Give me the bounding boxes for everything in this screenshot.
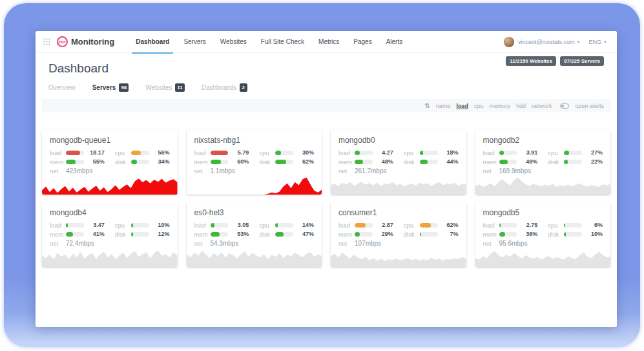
mem-bar xyxy=(499,232,517,237)
subtab-servers[interactable]: Servers98 xyxy=(92,83,129,92)
sparkline-chart xyxy=(42,246,178,267)
sort-option-memory[interactable]: memory xyxy=(489,103,510,109)
mem-bar xyxy=(499,160,517,164)
load-value: 3.91 xyxy=(521,149,537,156)
mem-bar xyxy=(355,160,373,164)
server-card[interactable]: nixstats-nbg1 load 5.79 mem 60% net 1.1m… xyxy=(187,130,322,195)
nav-tab-full-site-check[interactable]: Full Site Check xyxy=(254,31,311,53)
mem-label: mem xyxy=(50,231,66,238)
subtab-dashboards[interactable]: Dashboards2 xyxy=(202,83,247,92)
nav-tab-pages[interactable]: Pages xyxy=(346,31,379,53)
cpu-label: cpu xyxy=(259,222,275,229)
disk-label: disk xyxy=(548,231,564,238)
nav-tab-websites[interactable]: Websites xyxy=(213,31,254,53)
disk-metric: disk 62% xyxy=(259,158,314,165)
load-label: load xyxy=(50,149,66,156)
disk-bar xyxy=(420,232,438,237)
disk-label: disk xyxy=(115,158,131,165)
cpu-metric: cpu 56% xyxy=(115,149,170,156)
subtab-websites[interactable]: Websites11 xyxy=(145,83,184,92)
mem-value: 36% xyxy=(521,231,537,237)
disk-metric: disk 34% xyxy=(115,158,170,165)
server-name: mongodb2 xyxy=(475,130,611,145)
cpu-metric: cpu 10% xyxy=(115,222,170,228)
disk-bar xyxy=(131,232,149,237)
mem-metric: mem 55% xyxy=(50,158,105,165)
nav-tab-alerts[interactable]: Alerts xyxy=(379,31,410,53)
load-label: load xyxy=(50,222,66,229)
subtab-overview[interactable]: Overview xyxy=(48,84,76,91)
nav-tab-dashboard[interactable]: Dashboard xyxy=(129,31,176,53)
server-card[interactable]: mongodb-queue1 load 18.17 mem 55% net 42… xyxy=(42,130,178,195)
cpu-bar xyxy=(420,151,438,155)
nav-tab-metrics[interactable]: Metrics xyxy=(311,31,346,53)
cpu-label: cpu xyxy=(404,222,420,229)
page-title: Dashboard xyxy=(48,61,109,76)
load-metric: load 3.91 xyxy=(483,149,538,156)
mem-metric: mem 36% xyxy=(483,231,538,237)
header-row: Dashboard 11/2150 Websites97/225 Servers xyxy=(48,56,604,76)
apps-grid-icon[interactable] xyxy=(43,38,50,45)
server-card[interactable]: consumer1 load 2.87 mem 29% net 107mbps xyxy=(331,202,466,267)
open-alerts-toggle-icon[interactable] xyxy=(560,103,569,109)
sparkline-chart xyxy=(331,246,466,267)
cpu-value: 27% xyxy=(586,149,603,156)
cpu-value: 18% xyxy=(442,149,459,156)
cpu-metric: cpu 18% xyxy=(404,149,459,156)
logo-text: Monitoring xyxy=(71,37,114,47)
subtab-count-badge: 11 xyxy=(175,83,184,92)
server-name: mongodb0 xyxy=(331,130,466,145)
mem-metric: mem 49% xyxy=(483,158,538,165)
logo[interactable]: 360° Monitoring xyxy=(57,36,114,47)
stage: 360° Monitoring DashboardServersWebsites… xyxy=(0,0,644,351)
subtab-label: Overview xyxy=(48,84,76,91)
sort-option-network[interactable]: network xyxy=(532,103,552,109)
server-card[interactable]: mongodb4 load 3.47 mem 41% net 72.4mbps xyxy=(42,202,178,267)
cpu-value: 62% xyxy=(442,222,459,228)
cpu-label: cpu xyxy=(259,149,275,156)
load-label: load xyxy=(194,222,211,229)
cpu-bar xyxy=(564,223,582,228)
server-card[interactable]: mongodb0 load 4.27 mem 48% net 261.7mbps xyxy=(331,130,466,195)
disk-bar xyxy=(420,160,438,164)
nav-tab-servers[interactable]: Servers xyxy=(176,31,213,53)
language-dropdown[interactable]: ENG xyxy=(589,39,602,45)
load-bar xyxy=(211,223,229,228)
subtab-label: Websites xyxy=(145,84,172,91)
load-metric: load 2.75 xyxy=(483,222,538,228)
disk-value: 47% xyxy=(297,231,314,237)
count-badge[interactable]: 97/225 Servers xyxy=(560,56,604,66)
disk-bar xyxy=(131,160,149,164)
mem-label: mem xyxy=(194,158,211,165)
disk-metric: disk 44% xyxy=(404,158,459,165)
disk-bar xyxy=(275,232,293,237)
load-value: 3.05 xyxy=(232,222,249,228)
user-email-dropdown[interactable]: vincent@nixstats.com xyxy=(518,39,575,45)
sort-option-load[interactable]: load xyxy=(456,103,468,109)
count-badge[interactable]: 11/2150 Websites xyxy=(506,56,556,66)
server-name: mongodb-queue1 xyxy=(42,130,178,145)
server-card[interactable]: mongodb5 load 2.75 mem 36% net 95.6mbps xyxy=(475,202,611,267)
open-alerts-filter[interactable]: open alerts xyxy=(575,103,604,109)
disk-label: disk xyxy=(115,231,131,238)
mem-value: 29% xyxy=(377,231,393,237)
chevron-down-icon: ▼ xyxy=(603,40,607,44)
sort-option-cpu[interactable]: cpu xyxy=(474,103,484,109)
load-bar xyxy=(499,223,517,228)
load-metric: load 5.79 xyxy=(194,149,249,156)
server-card[interactable]: es0-hel3 load 3.05 mem 53% net 54.3mbps xyxy=(187,202,322,267)
load-metric: load 18.17 xyxy=(50,149,105,156)
mem-metric: mem 41% xyxy=(50,231,105,237)
sort-option-hdd[interactable]: hdd xyxy=(516,103,526,109)
sort-icon[interactable]: ⇅ xyxy=(424,102,430,109)
server-card[interactable]: mongodb2 load 3.91 mem 49% net 169.9mbps xyxy=(475,130,611,195)
cpu-label: cpu xyxy=(548,222,564,229)
user-avatar[interactable] xyxy=(504,37,514,47)
disk-value: 7% xyxy=(442,231,459,237)
sort-option-name[interactable]: name xyxy=(436,103,451,109)
disk-value: 12% xyxy=(153,231,170,237)
cpu-label: cpu xyxy=(548,149,564,156)
load-value: 5.79 xyxy=(232,149,249,156)
load-metric: load 3.05 xyxy=(194,222,249,228)
cpu-label: cpu xyxy=(115,149,131,156)
